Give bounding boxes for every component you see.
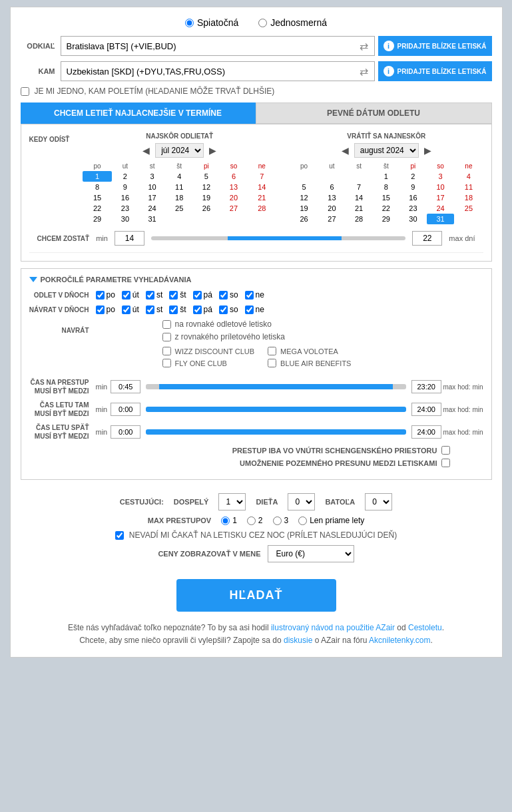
- table-row[interactable]: 10: [138, 182, 166, 192]
- table-row[interactable]: 25: [166, 203, 193, 214]
- table-row[interactable]: 16: [112, 192, 139, 203]
- stay-min-input[interactable]: [115, 231, 144, 246]
- table-row[interactable]: 17: [427, 192, 455, 203]
- origin-info-badge[interactable]: i PRIDAJTE BLÍZKE LETISKÁ: [378, 36, 492, 56]
- return-ne[interactable]: ne: [245, 305, 264, 314]
- fly-one-club-check[interactable]: [162, 359, 171, 367]
- time-prestup-slider[interactable]: [146, 384, 405, 389]
- time-spat-max-input[interactable]: [411, 425, 441, 439]
- time-spat-slider[interactable]: [146, 429, 405, 435]
- table-row[interactable]: 23: [399, 203, 427, 214]
- table-row[interactable]: 31: [427, 214, 455, 224]
- navrat-rovnake-check[interactable]: [162, 320, 171, 329]
- blue-air-check[interactable]: [268, 359, 276, 367]
- destination-swap-button[interactable]: ⇄: [357, 64, 372, 79]
- dospely-select[interactable]: 1234: [218, 493, 246, 510]
- table-row[interactable]: 3: [138, 171, 166, 182]
- schengen-item[interactable]: PRESTUP IBA VO VNÚTRI SCHENGENSKÉHO PRIE…: [232, 446, 450, 455]
- table-row[interactable]: 19: [193, 192, 220, 203]
- jednosmerna-label[interactable]: Jednosmerná: [258, 17, 327, 28]
- depart-st2[interactable]: št: [169, 290, 186, 300]
- table-row[interactable]: 2: [112, 171, 139, 182]
- cal-from-prev[interactable]: ◀: [140, 145, 152, 156]
- tab-cheapest[interactable]: CHCEM LETIEŤ NAJLACNEJŠIE V TERMÍNE: [21, 102, 256, 124]
- navrat-z-rovnakeho-check[interactable]: [162, 333, 171, 341]
- table-row[interactable]: 17: [138, 192, 166, 203]
- depart-pi[interactable]: pá: [193, 290, 212, 300]
- table-row[interactable]: 13: [220, 182, 248, 192]
- land-item[interactable]: UMOŽNENIE POZEMNÉHO PRESUNU MEDZI LETISK…: [240, 459, 449, 467]
- mega-club-item[interactable]: MEGA VOLOTEA: [268, 347, 360, 355]
- table-row[interactable]: 7: [346, 182, 373, 192]
- table-row[interactable]: 29: [372, 214, 399, 224]
- return-ut[interactable]: út: [122, 305, 139, 314]
- time-tam-max-input[interactable]: [411, 403, 441, 416]
- table-row[interactable]: 4: [166, 171, 193, 182]
- table-row[interactable]: 9: [112, 182, 139, 192]
- table-row[interactable]: 1: [83, 171, 111, 182]
- return-po[interactable]: po: [96, 305, 115, 314]
- table-row[interactable]: 5: [193, 171, 220, 182]
- advanced-title[interactable]: POKROČILÉ PARAMETRE VYHĽADÁVANIA: [29, 276, 483, 284]
- dieta-select[interactable]: 012: [288, 493, 315, 510]
- land-check[interactable]: [441, 459, 450, 467]
- table-row[interactable]: 26: [290, 214, 318, 224]
- batola-select[interactable]: 012: [365, 493, 392, 510]
- table-row[interactable]: 21: [346, 203, 373, 214]
- prestup-3[interactable]: 3: [273, 516, 289, 525]
- fly-one-club-item[interactable]: FLY ONE CLUB: [162, 359, 255, 367]
- prestup-2[interactable]: 2: [247, 516, 263, 525]
- cal-to-month-select[interactable]: august 2024: [354, 143, 419, 158]
- table-row[interactable]: 24: [138, 203, 166, 214]
- destination-input[interactable]: [61, 61, 375, 81]
- cal-from-month-select[interactable]: júl 2024: [155, 143, 204, 158]
- table-row[interactable]: 15: [372, 192, 399, 203]
- stay-max-input[interactable]: [412, 231, 442, 246]
- time-spat-min-input[interactable]: [111, 425, 140, 439]
- table-row[interactable]: 18: [454, 192, 483, 203]
- table-row[interactable]: 6: [220, 171, 248, 182]
- table-row[interactable]: 7: [248, 171, 276, 182]
- table-row[interactable]: 10: [427, 182, 455, 192]
- prestup-1[interactable]: 1: [221, 516, 237, 525]
- table-row[interactable]: 26: [193, 203, 220, 214]
- time-tam-min-input[interactable]: [111, 403, 140, 416]
- table-row[interactable]: 28: [346, 214, 373, 224]
- nocovanie-check[interactable]: [115, 531, 124, 540]
- time-prestup-max-input[interactable]: [411, 380, 441, 393]
- depart-ne[interactable]: ne: [245, 290, 264, 300]
- cal-to-prev[interactable]: ◀: [340, 145, 351, 156]
- depart-st[interactable]: st: [146, 290, 162, 300]
- table-row[interactable]: 11: [454, 182, 483, 192]
- depart-so[interactable]: so: [219, 290, 238, 300]
- mena-select[interactable]: Euro (€) USD ($) CZK GBP (£): [268, 545, 354, 562]
- table-row[interactable]: 12: [290, 192, 318, 203]
- footer-link1[interactable]: ilustrovaný návod na použitie AZair: [271, 623, 395, 632]
- time-tam-slider[interactable]: [146, 407, 405, 412]
- table-row[interactable]: 28: [248, 203, 276, 214]
- wizz-club-item[interactable]: WIZZ DISCOUNT CLUB: [162, 347, 255, 355]
- table-row[interactable]: 23: [112, 203, 139, 214]
- table-row[interactable]: 2: [399, 171, 427, 182]
- cal-to-next[interactable]: ▶: [422, 145, 433, 156]
- return-st2[interactable]: št: [169, 305, 186, 314]
- table-row[interactable]: 29: [83, 214, 111, 224]
- return-so[interactable]: so: [219, 305, 238, 314]
- table-row[interactable]: 15: [83, 192, 111, 203]
- table-row[interactable]: 1: [372, 171, 399, 182]
- footer-link4[interactable]: Akcniletenky.com: [369, 636, 430, 645]
- destination-info-badge[interactable]: i PRIDAJTE BLÍZKE LETISKÁ: [378, 61, 492, 81]
- tab-fixed[interactable]: PEVNÉ DÁTUM ODLETU: [256, 102, 492, 124]
- table-row[interactable]: 24: [427, 203, 455, 214]
- table-row[interactable]: 14: [346, 192, 373, 203]
- table-row[interactable]: 21: [248, 192, 276, 203]
- table-row[interactable]: 18: [166, 192, 193, 203]
- schengen-check[interactable]: [441, 446, 450, 455]
- search-button[interactable]: HĽADAŤ: [176, 579, 336, 612]
- table-row[interactable]: 19: [290, 203, 318, 214]
- table-row[interactable]: 14: [248, 182, 276, 192]
- table-row[interactable]: 8: [83, 182, 111, 192]
- cal-from-next[interactable]: ▶: [207, 145, 218, 156]
- stay-slider[interactable]: [151, 236, 405, 240]
- table-row[interactable]: 30: [399, 214, 427, 224]
